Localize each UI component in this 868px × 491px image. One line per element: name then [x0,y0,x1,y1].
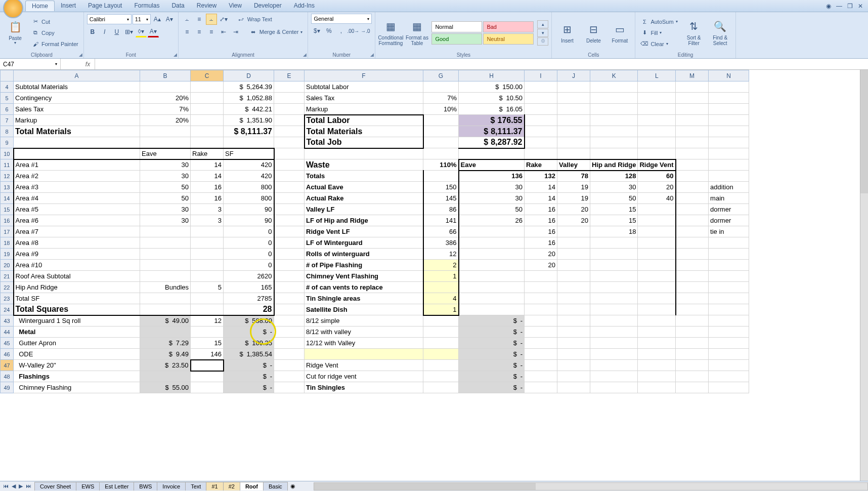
cell-H10[interactable] [459,148,525,159]
sheet-nav-first-icon[interactable]: ⏮ [2,483,10,489]
cell-G49[interactable] [423,382,459,393]
cell-N24[interactable] [709,304,749,315]
cell-J11[interactable]: Valley [557,159,590,171]
cell-B49[interactable]: $55.00 [140,382,191,393]
clipboard-dialog-icon[interactable]: ◢ [79,52,82,57]
cell-M48[interactable] [676,371,709,382]
cell-N4[interactable] [709,81,749,93]
cell-G10[interactable] [423,148,459,159]
cell-B23[interactable] [140,293,191,304]
cell-E48[interactable] [274,371,305,382]
cell-L22[interactable] [638,282,676,293]
cell-J18[interactable] [557,237,590,249]
column-header-H[interactable]: H [459,70,525,81]
cell-N10[interactable] [709,148,749,159]
cell-C11[interactable]: 14 [191,159,224,171]
cell-N46[interactable] [709,349,749,360]
cell-D45[interactable]: $109.35 [224,338,274,349]
cell-I45[interactable] [525,338,557,349]
sheet-tab-roof[interactable]: Roof [240,482,264,490]
cell-K18[interactable] [590,237,638,249]
cell-K46[interactable] [590,349,638,360]
sheet-tab-basic[interactable]: Basic [263,482,288,490]
cell-style-good[interactable]: Good [431,33,482,45]
cell-B46[interactable]: $9.49 [140,349,191,360]
cell-D43[interactable]: $588.00 [224,315,274,326]
row-header-13[interactable]: 13 [1,182,14,193]
cell-M46[interactable] [676,349,709,360]
cell-H20[interactable] [459,260,525,271]
cell-A23[interactable]: Total SF [14,293,140,304]
cell-B17[interactable] [140,226,191,237]
cell-K8[interactable] [590,126,638,137]
cell-I21[interactable] [525,271,557,282]
cell-A13[interactable]: Area #3 [14,182,140,193]
row-header-19[interactable]: 19 [1,249,14,260]
styles-scroll-up-icon[interactable]: ▴ [537,20,548,28]
cell-E10[interactable] [274,148,305,159]
cell-A44[interactable]: Metal [14,326,140,338]
cell-L45[interactable] [638,338,676,349]
cell-B15[interactable]: 30 [140,204,191,215]
find-select-button[interactable]: 🔍Find & Select [708,15,732,51]
cell-H5[interactable]: $10.50 [459,93,525,104]
cell-M12[interactable] [676,171,709,182]
cell-B43[interactable]: $49.00 [140,315,191,326]
cell-B9[interactable] [140,137,191,148]
cell-G16[interactable]: 141 [423,215,459,226]
cell-style-neutral[interactable]: Neutral [483,33,534,45]
cell-style-bad[interactable]: Bad [483,21,534,32]
italic-button[interactable]: I [99,26,110,37]
cell-J44[interactable] [557,326,590,338]
cell-K17[interactable]: 18 [590,226,638,237]
autosum-button[interactable]: ΣAutoSum▾ [638,17,679,27]
cell-I46[interactable] [525,349,557,360]
cell-H47[interactable]: $- [459,360,525,371]
cell-F20[interactable]: # of Pipe Flashing [305,260,423,271]
cell-E15[interactable] [274,204,305,215]
cell-E23[interactable] [274,293,305,304]
cell-I5[interactable] [525,93,557,104]
cell-J47[interactable] [557,360,590,371]
format-cells-button[interactable]: ▭Format [607,15,632,51]
cell-A47[interactable]: W-Valley 20" [14,360,140,371]
cell-C14[interactable]: 16 [191,193,224,204]
cell-M6[interactable] [676,104,709,115]
cell-H43[interactable]: $- [459,315,525,326]
row-header-8[interactable]: 8 [1,126,14,137]
cell-L12[interactable]: 60 [638,171,676,182]
cell-B13[interactable]: 50 [140,182,191,193]
cell-L46[interactable] [638,349,676,360]
cell-E19[interactable] [274,249,305,260]
cell-A22[interactable]: Hip And Ridge [14,282,140,293]
cell-E5[interactable] [274,93,305,104]
cell-N8[interactable] [709,126,749,137]
cell-K44[interactable] [590,326,638,338]
cell-E18[interactable] [274,237,305,249]
cell-L10[interactable] [638,148,676,159]
font-dialog-icon[interactable]: ◢ [173,52,177,57]
cell-F4[interactable]: Subtotal Labor [305,81,423,93]
cell-N17[interactable]: tie in [709,226,749,237]
cell-K14[interactable]: 50 [590,193,638,204]
cell-J12[interactable]: 78 [557,171,590,182]
cell-C43[interactable]: 12 [191,315,224,326]
cell-L21[interactable] [638,271,676,282]
row-header-43[interactable]: 43 [1,315,14,326]
cell-N21[interactable] [709,271,749,282]
font-name-select[interactable]: Calibri▾ [87,14,132,24]
cell-E14[interactable] [274,193,305,204]
cell-M21[interactable] [676,271,709,282]
row-header-49[interactable]: 49 [1,382,14,393]
cell-D14[interactable]: 800 [224,193,274,204]
cell-I43[interactable] [525,315,557,326]
column-header-G[interactable]: G [423,70,459,81]
cell-B21[interactable] [140,271,191,282]
cell-M9[interactable] [676,137,709,148]
sheet-tab-cover-sheet[interactable]: Cover Sheet [34,482,76,490]
cell-H46[interactable]: $- [459,349,525,360]
ribbon-tab-developer[interactable]: Developer [248,1,288,11]
sheet-tab-ews[interactable]: EWS [76,482,100,490]
cell-N47[interactable] [709,360,749,371]
cell-K22[interactable] [590,282,638,293]
